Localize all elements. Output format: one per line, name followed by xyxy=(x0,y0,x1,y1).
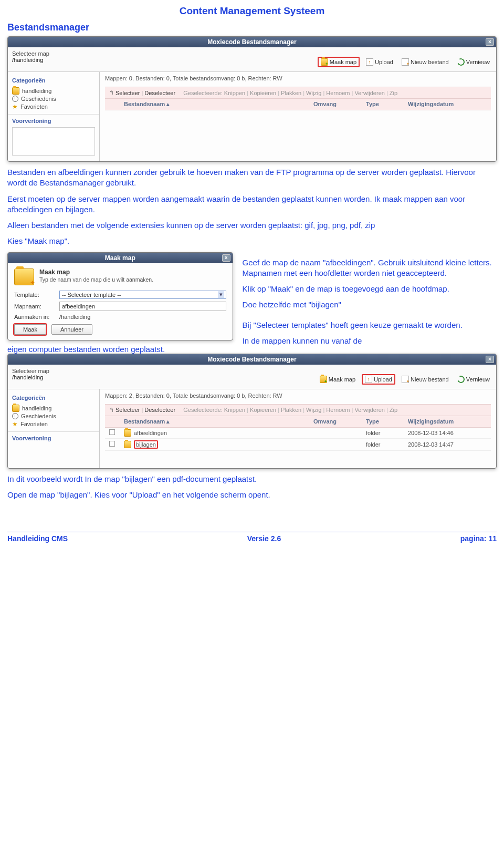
folder-icon xyxy=(124,429,131,437)
upload-button[interactable]: Upload xyxy=(364,58,395,66)
sidebar-cats-heading: Categorieën xyxy=(12,395,95,401)
sidebar-item-folder[interactable]: handleiding xyxy=(12,404,95,412)
template-select[interactable]: -- Selecteer template -- xyxy=(59,291,226,299)
col-size[interactable]: Omvang xyxy=(313,418,366,425)
folder-plus-icon xyxy=(14,268,34,285)
new-file-button[interactable]: Nieuw bestand xyxy=(400,58,451,66)
checkbox-icon[interactable] xyxy=(109,441,115,447)
cut-link: Knippen xyxy=(224,407,245,413)
instruction-text: Doe hetzelfde met "bijlagen" xyxy=(243,299,497,310)
refresh-button[interactable]: Vernieuw xyxy=(455,375,492,384)
make-folder-button[interactable]: Maak map xyxy=(318,57,360,67)
cancel-button[interactable]: Annuleer xyxy=(51,324,92,335)
table-row[interactable]: bijlagenfolder2008-12-03 14:47 xyxy=(105,439,491,451)
instruction-text: Bij "Selecteer templates" hoeft geen keu… xyxy=(243,320,497,330)
sidebar-preview-heading: Voorvertoning xyxy=(12,435,95,441)
col-name[interactable]: Bestandsnaam ▴ xyxy=(124,418,313,425)
sidebar-item-label: Geschiedenis xyxy=(21,413,56,419)
make-folder-dialog: Maak map × Maak map Typ de naam van de m… xyxy=(7,252,233,340)
paragraph: Alleen bestanden met de volgende extensi… xyxy=(7,220,497,231)
row-type: folder xyxy=(366,441,408,448)
upload-label: Upload xyxy=(374,376,392,383)
cut-link: Knippen xyxy=(224,90,245,96)
rename-link: Hernoem xyxy=(326,407,350,413)
main-pane: Mappen: 0, Bestanden: 0, Totale bestands… xyxy=(100,72,496,161)
sidebar-item-label: Favorieten xyxy=(20,421,48,427)
deselect-link[interactable]: Deselecteer xyxy=(144,90,175,96)
select-all-link[interactable]: Selecteer xyxy=(116,407,140,413)
where-value: /handleiding xyxy=(59,314,90,320)
close-icon[interactable]: × xyxy=(486,356,494,363)
instruction-text: Klik op "Maak" en de map is toegevoegd a… xyxy=(243,284,497,294)
sidebar-item-favorites[interactable]: ★ Favorieten xyxy=(12,102,95,111)
history-icon xyxy=(12,96,18,102)
edit-link: Wijzig xyxy=(306,90,321,96)
sidebar-item-folder[interactable]: handleiding xyxy=(12,87,95,95)
action-bar: ↰ Selecteer| Deselecteer Geselecteerde: … xyxy=(105,404,491,416)
status-text: Mappen: 2, Bestanden: 0, Totale bestands… xyxy=(105,392,491,399)
col-name[interactable]: Bestandsnaam ▴ xyxy=(124,101,313,108)
new-file-label: Nieuw bestand xyxy=(411,376,449,383)
footer-right: pagina: 11 xyxy=(460,534,497,543)
zip-link: Zip xyxy=(390,90,397,96)
path-display: Selecteer map /handleiding xyxy=(12,50,49,63)
column-headers: Bestandsnaam ▴ Omvang Type Wijzigingsdat… xyxy=(105,416,491,428)
refresh-label: Vernieuw xyxy=(466,376,490,383)
trail-text-left: eigen computer bestanden worden geplaats… xyxy=(7,345,233,354)
col-date[interactable]: Wijzigingsdatum xyxy=(408,101,487,108)
sidebar-item-label: Geschiedenis xyxy=(21,96,56,102)
checkbox-icon[interactable] xyxy=(109,429,115,435)
close-icon[interactable]: × xyxy=(222,254,230,262)
sidebar: Categorieën handleiding Geschiedenis ★ F… xyxy=(8,389,100,468)
refresh-button[interactable]: Vernieuw xyxy=(455,58,492,66)
delete-link: Verwijderen xyxy=(354,407,384,413)
dialog-title: Maak map xyxy=(105,254,135,262)
folder-icon xyxy=(12,87,19,95)
col-size[interactable]: Omvang xyxy=(313,101,366,108)
selected-label: Geselecteerde: xyxy=(183,407,223,413)
row-name: afbeeldingen xyxy=(134,430,167,436)
sidebar-item-label: handleiding xyxy=(22,88,51,94)
titlebar: Moxiecode Bestandsmanager × xyxy=(8,354,496,365)
upload-icon xyxy=(366,58,373,66)
selected-label: Geselecteerde: xyxy=(183,90,223,96)
new-file-label: Nieuw bestand xyxy=(411,59,449,65)
folder-plus-icon xyxy=(320,376,327,383)
table-row[interactable]: afbeeldingenfolder2008-12-03 14:46 xyxy=(105,428,491,439)
paste-link: Plakken xyxy=(281,407,301,413)
make-folder-button[interactable]: Maak map xyxy=(318,375,358,384)
col-type[interactable]: Type xyxy=(366,418,408,425)
col-type[interactable]: Type xyxy=(366,101,408,108)
sidebar-cats-heading: Categorieën xyxy=(12,77,95,84)
dialog-heading: Maak map xyxy=(39,268,153,276)
paragraph: Bestanden en afbeeldingen kunnen zonder … xyxy=(7,167,497,189)
close-icon[interactable]: × xyxy=(486,38,494,46)
path-display: Selecteer map /handleiding xyxy=(12,368,49,380)
kies-label: Kies "Maak map". xyxy=(7,236,497,246)
paste-link: Plakken xyxy=(281,90,301,96)
folder-plus-icon xyxy=(321,58,328,66)
mapname-input[interactable]: afbeeldingen xyxy=(59,302,226,311)
mapname-label: Mapnaam: xyxy=(14,303,55,309)
rename-link: Hernoem xyxy=(326,90,350,96)
deselect-link[interactable]: Deselecteer xyxy=(144,407,175,413)
zip-link: Zip xyxy=(390,407,397,413)
sidebar-item-favorites[interactable]: ★ Favorieten xyxy=(12,420,95,428)
new-file-button[interactable]: Nieuw bestand xyxy=(400,375,451,384)
sidebar-item-history[interactable]: Geschiedenis xyxy=(12,95,95,102)
col-date[interactable]: Wijzigingsdatum xyxy=(408,418,487,425)
upload-button[interactable]: Upload xyxy=(362,374,395,385)
titlebar: Maak map × xyxy=(8,253,233,263)
make-button[interactable]: Maak xyxy=(14,324,46,335)
filemanager-window-2: Moxiecode Bestandsmanager × Selecteer ma… xyxy=(7,354,497,469)
path-label: Selecteer map xyxy=(12,368,49,374)
make-folder-label: Maak map xyxy=(330,59,356,65)
page-title: Content Management Systeem xyxy=(7,5,497,17)
paragraph: Eerst moeten op de server mappen worden … xyxy=(7,194,497,215)
preview-box xyxy=(12,127,95,156)
column-headers: Bestandsnaam ▴ Omvang Type Wijzigingsdat… xyxy=(105,99,491,110)
folder-icon xyxy=(12,405,19,412)
select-all-link[interactable]: Selecteer xyxy=(116,90,140,96)
sidebar-item-history[interactable]: Geschiedenis xyxy=(12,412,95,420)
copy-link: Kopieëren xyxy=(250,407,276,413)
